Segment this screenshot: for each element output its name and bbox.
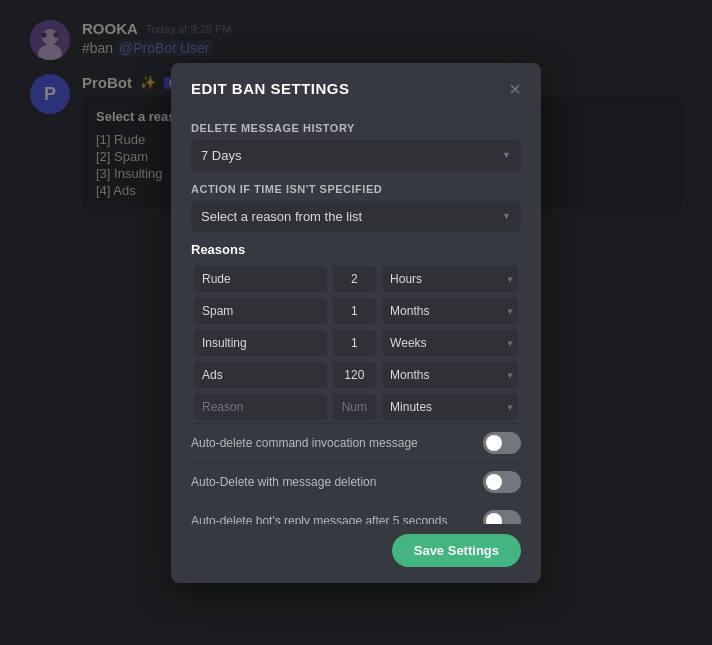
chat-background: ROOKA Today at 9:28 PM #ban @ProBot User…	[0, 0, 712, 645]
action-no-time-select[interactable]: Select a reason from the list	[191, 201, 521, 232]
table-row: Minutes Hours Days Weeks Months	[191, 391, 521, 423]
toggle-row-3: Auto-delete bot's reply message after 5 …	[191, 501, 521, 524]
reason-input-spam[interactable]	[194, 298, 327, 324]
reason-input-insulting[interactable]	[194, 330, 327, 356]
table-row: Minutes Hours Days Weeks Months	[191, 263, 521, 295]
toggle-label-3: Auto-delete bot's reply message after 5 …	[191, 514, 483, 524]
toggle-row-1: Auto-delete command invocation message	[191, 423, 521, 462]
num-input-ads[interactable]	[333, 362, 377, 388]
toggle-3[interactable]	[483, 510, 521, 524]
toggle-2[interactable]	[483, 471, 521, 493]
modal-title: EDIT BAN SETTINGS	[191, 80, 350, 97]
toggle-row-2: Auto-Delete with message deletion	[191, 462, 521, 501]
num-input-new[interactable]	[333, 394, 377, 420]
action-no-time-select-wrapper: Select a reason from the list	[191, 201, 521, 232]
toggles-section: Auto-delete command invocation message A…	[191, 423, 521, 524]
toggle-label-1: Auto-delete command invocation message	[191, 436, 483, 450]
reason-input-ads[interactable]	[194, 362, 327, 388]
delete-message-history-label: DELETE MESSAGE HISTORY	[191, 122, 521, 134]
num-input-rude[interactable]	[333, 266, 377, 292]
edit-ban-settings-modal: EDIT BAN SETTINGS × DELETE MESSAGE HISTO…	[171, 63, 541, 583]
unit-select-new[interactable]: Minutes Hours Days Weeks Months	[382, 394, 518, 420]
unit-select-rude[interactable]: Minutes Hours Days Weeks Months	[382, 266, 518, 292]
modal-overlay[interactable]: EDIT BAN SETTINGS × DELETE MESSAGE HISTO…	[0, 0, 712, 645]
unit-select-ads[interactable]: Minutes Hours Days Weeks Months	[382, 362, 518, 388]
table-row: Minutes Hours Days Weeks Months	[191, 327, 521, 359]
modal-footer: Save Settings	[171, 524, 541, 583]
reason-input-rude[interactable]	[194, 266, 327, 292]
modal-close-button[interactable]: ×	[509, 79, 521, 99]
reasons-table: Minutes Hours Days Weeks Months	[191, 263, 521, 423]
num-input-insulting[interactable]	[333, 330, 377, 356]
toggle-label-2: Auto-Delete with message deletion	[191, 475, 483, 489]
save-settings-button[interactable]: Save Settings	[392, 534, 521, 567]
modal-header: EDIT BAN SETTINGS ×	[171, 63, 541, 109]
unit-select-spam[interactable]: Minutes Hours Days Weeks Months	[382, 298, 518, 324]
delete-history-select[interactable]: Don't Delete Any Last 24 Hours Last 3 Da…	[191, 140, 521, 171]
toggle-1[interactable]	[483, 432, 521, 454]
reasons-label: Reasons	[191, 242, 521, 257]
table-row: Minutes Hours Days Weeks Months	[191, 359, 521, 391]
delete-history-select-wrapper: Don't Delete Any Last 24 Hours Last 3 Da…	[191, 140, 521, 171]
action-no-time-label: Action if time isn't specified	[191, 183, 521, 195]
reasons-section: Reasons Minutes Hours	[191, 242, 521, 423]
num-input-spam[interactable]	[333, 298, 377, 324]
reason-input-new[interactable]	[194, 394, 327, 420]
unit-select-insulting[interactable]: Minutes Hours Days Weeks Months	[382, 330, 518, 356]
table-row: Minutes Hours Days Weeks Months	[191, 295, 521, 327]
modal-body: DELETE MESSAGE HISTORY Don't Delete Any …	[171, 110, 541, 524]
